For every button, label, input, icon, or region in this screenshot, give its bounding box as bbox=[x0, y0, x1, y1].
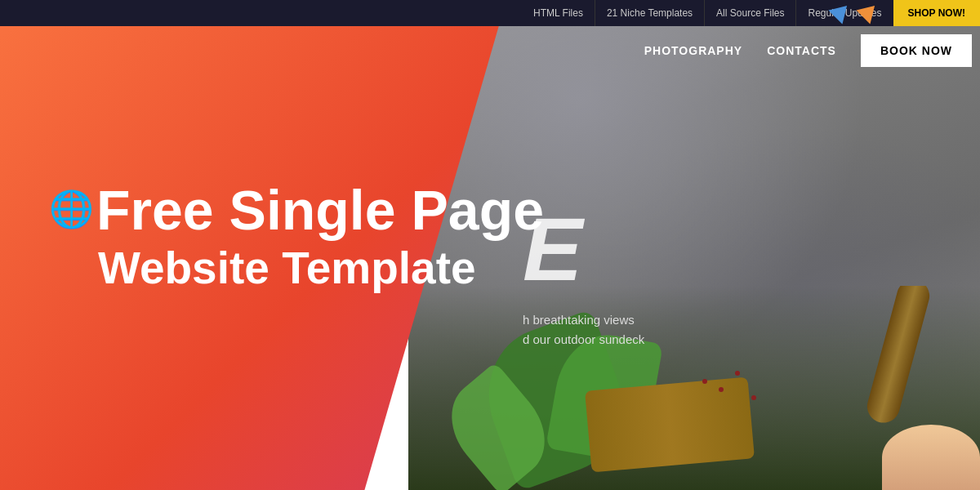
spice-dot-2 bbox=[735, 371, 740, 376]
right-navigation: PHOTOGRAPHY CONTACTS BOOK NOW bbox=[466, 26, 980, 75]
left-content: 🌐 Free Single Page Website Template bbox=[49, 180, 544, 295]
banner-niche-templates: 21 Niche Templates bbox=[595, 0, 705, 26]
person-silhouette bbox=[882, 425, 980, 490]
spice-dot-4 bbox=[702, 379, 707, 384]
nav-photography[interactable]: PHOTOGRAPHY bbox=[644, 44, 742, 57]
spice-dot-1 bbox=[719, 387, 724, 392]
banner-items: HTML Files 21 Niche Templates All Source… bbox=[522, 0, 980, 26]
shop-now-button[interactable]: SHOP NOW! bbox=[893, 0, 980, 26]
spice-dot-3 bbox=[751, 395, 756, 400]
right-text-overlay: E h breathtaking views d our outdoor sun… bbox=[523, 204, 644, 350]
arrow-decoration bbox=[828, 0, 882, 23]
wood-board bbox=[585, 376, 755, 472]
arrow-blue bbox=[828, 0, 853, 24]
book-now-button[interactable]: BOOK NOW bbox=[861, 34, 972, 67]
nav-contacts[interactable]: CONTACTS bbox=[767, 44, 836, 57]
title-line-2: Website Template bbox=[98, 241, 544, 295]
sub-description: h breathtaking views d our outdoor sunde… bbox=[523, 310, 644, 350]
globe-icon: 🌐 bbox=[49, 189, 90, 230]
title-line-1: 🌐 Free Single Page bbox=[49, 180, 544, 241]
arrow-orange bbox=[856, 0, 881, 24]
big-letter: E bbox=[523, 204, 644, 294]
banner-html-files: HTML Files bbox=[522, 0, 595, 26]
banner-source-files: All Source Files bbox=[705, 0, 796, 26]
person-image bbox=[882, 425, 980, 490]
